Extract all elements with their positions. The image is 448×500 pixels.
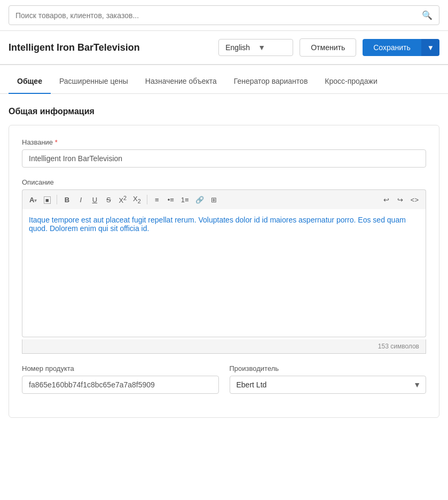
manufacturer-select[interactable]: Ebert Ltd Acme Corp Global Industries [230,376,427,394]
toolbar-right-group: ↩ ↪ <> [380,194,421,205]
toolbar-strikethrough-btn[interactable]: S [102,194,115,205]
toolbar-link-btn[interactable]: 🔗 [193,194,207,205]
toolbar-sep-2 [147,195,147,204]
page-header: Intelligent Iron BarTelevision English ▼… [0,31,448,65]
tab-cross[interactable]: Кросс-продажи [316,69,386,94]
tab-prices[interactable]: Расширенные цены [51,69,137,94]
cancel-button[interactable]: Отменить [300,38,356,57]
tab-variants[interactable]: Генератор вариантов [225,69,317,94]
manufacturer-label: Производитель [230,364,427,372]
product-number-label: Номер продукта [22,364,219,372]
toolbar-source-btn[interactable]: <> [408,194,421,205]
toolbar-superscript-btn[interactable]: X2 [116,193,129,206]
general-form-card: Название * Описание A▾ ■ B I U S X2 [9,125,439,418]
save-arrow-icon: ▼ [427,44,434,52]
manufacturer-group: Производитель Ebert Ltd Acme Corp Global… [230,364,427,394]
toolbar-font-btn[interactable]: A▾ [27,194,40,205]
toolbar-underline-btn[interactable]: U [88,194,101,205]
tab-general[interactable]: Общее [9,69,51,94]
manufacturer-select-wrapper: Ebert Ltd Acme Corp Global Industries ▼ [230,376,427,394]
search-wrapper: 🔍 [9,5,439,25]
section-title: Общая информация [9,107,439,116]
search-icon: 🔍 [422,10,433,20]
editor-toolbar: A▾ ■ B I U S X2 X2 ≡ •≡ 1≡ 🔗 ⊞ ↩ [22,189,426,209]
toolbar-italic-btn[interactable]: I [74,194,87,205]
toolbar-bold-btn[interactable]: B [60,194,73,205]
toolbar-redo-btn[interactable]: ↪ [394,194,407,205]
name-label: Название * [22,138,426,146]
chevron-down-icon: ▼ [258,43,286,52]
save-dropdown-button[interactable]: ▼ [421,39,439,56]
tab-assign[interactable]: Назначение объекта [137,69,225,94]
name-input[interactable] [22,149,426,168]
char-count: 153 символов [22,339,426,354]
language-label: English [225,43,254,52]
search-input[interactable] [15,11,422,20]
description-text: Itaque tempore est aut placeat fugit rep… [29,216,406,233]
toolbar-format-btn[interactable]: ■ [41,194,53,205]
product-manufacturer-row: Номер продукта Производитель Ebert Ltd A… [22,364,426,404]
name-field-group: Название * [22,138,426,168]
toolbar-ordered-list-btn[interactable]: 1≡ [178,194,192,205]
description-editor[interactable]: Itaque tempore est aut placeat fugit rep… [22,209,426,337]
product-number-group: Номер продукта [22,364,219,394]
toolbar-unordered-list-btn[interactable]: •≡ [164,194,177,205]
save-button-group: Сохранить ▼ [363,39,439,56]
toolbar-sep-1 [57,195,57,204]
save-button[interactable]: Сохранить [363,39,421,56]
toolbar-subscript-btn[interactable]: X2 [130,193,144,206]
description-field-group: Описание A▾ ■ B I U S X2 X2 ≡ •≡ 1≡ [22,178,426,354]
tabs-bar: Общее Расширенные цены Назначение объект… [0,69,448,94]
required-marker: * [55,138,58,146]
toolbar-undo-btn[interactable]: ↩ [380,194,393,205]
toolbar-align-btn[interactable]: ≡ [151,194,163,205]
description-label: Описание [22,178,426,186]
language-selector[interactable]: English ▼ [218,39,293,56]
search-bar: 🔍 [0,0,448,31]
toolbar-table-btn[interactable]: ⊞ [208,194,221,205]
page-title: Intelligent Iron BarTelevision [9,42,212,53]
product-number-input[interactable] [22,376,219,394]
main-content: Общая информация Название * Описание A▾ … [0,94,448,431]
